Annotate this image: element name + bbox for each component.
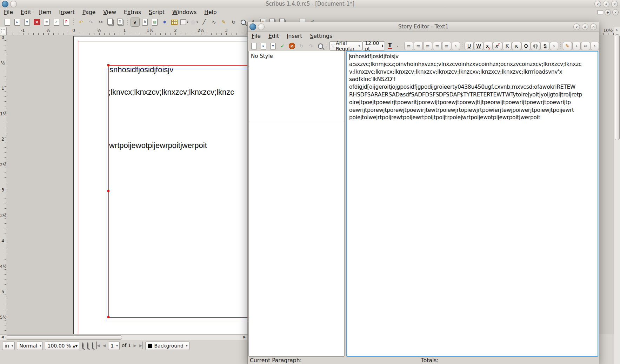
edit-styles-icon[interactable]: ✎ — [563, 42, 572, 50]
insert-line-icon[interactable]: ╱ — [200, 18, 209, 27]
menu-windows[interactable]: Windows — [168, 8, 200, 16]
outline-text-icon[interactable]: Q — [531, 42, 540, 50]
new-document-icon[interactable] — [3, 18, 12, 27]
page-number-select[interactable]: 1 ▾ — [108, 342, 119, 350]
se-menu-settings[interactable]: Settings — [306, 32, 336, 40]
exit-without-update-icon[interactable]: ⊘ — [287, 41, 296, 50]
search-replace-icon[interactable] — [316, 41, 325, 50]
zoom-in-icon[interactable] — [91, 342, 94, 349]
story-text-area[interactable]: snhosidfjosidjfoisjva;sxzvc;lknmjcxz;oin… — [346, 51, 598, 357]
previous-page-icon[interactable]: ◀ — [102, 342, 106, 349]
zoom-out-icon[interactable] — [81, 342, 84, 349]
insert-freehand-icon[interactable]: ✎ — [219, 18, 228, 27]
se-menu-file[interactable]: File — [248, 32, 265, 40]
next-page-icon[interactable]: ▶ — [133, 342, 137, 349]
insert-text-frame-icon[interactable]: A — [140, 18, 149, 27]
align-justify-icon[interactable]: ≡ — [433, 42, 442, 50]
minimize-icon[interactable]: ∨ — [573, 23, 580, 30]
vertical-ruler[interactable]: 0½11½22½33½44½55½ — [0, 35, 7, 334]
paragraph-styles-panel[interactable]: No Style — [248, 51, 345, 357]
insert-polygon-icon[interactable]: ▾ — [190, 18, 199, 27]
text-color-button[interactable]: T — [385, 41, 394, 50]
menu-insert[interactable]: Insert — [55, 8, 78, 16]
mdi-restore-icon[interactable] — [597, 10, 603, 14]
superscript-icon[interactable]: xy — [493, 42, 502, 50]
more-style-options-icon[interactable]: › — [550, 42, 558, 50]
layer-select[interactable]: Background ▾ — [145, 342, 189, 350]
zoom-100-icon[interactable] — [86, 342, 89, 349]
spinner-arrows-icon[interactable]: ▴▾ — [381, 45, 384, 48]
save-document-icon[interactable]: ▾ — [22, 18, 32, 27]
align-left-icon[interactable]: ≡ — [404, 42, 413, 50]
open-document-icon[interactable]: ▸ — [13, 18, 22, 27]
small-caps-icon[interactable]: κ — [512, 42, 521, 50]
first-page-icon[interactable]: ◀ — [96, 342, 100, 349]
scroll-up-icon[interactable]: ∧ — [615, 28, 618, 32]
undo-icon[interactable]: ↶ — [76, 18, 86, 27]
update-text-and-exit-icon[interactable]: ✓ — [278, 41, 287, 50]
menu-help[interactable]: Help — [200, 8, 220, 16]
vertical-scrollbar-thumb[interactable] — [615, 34, 620, 140]
all-caps-icon[interactable]: K — [502, 42, 512, 50]
insert-image-frame-icon[interactable]: ▨ — [150, 18, 159, 27]
scroll-right-icon[interactable]: ▶ — [243, 335, 246, 339]
minimize-icon[interactable]: ∨ — [594, 1, 601, 7]
maximize-icon[interactable]: ∧ — [603, 1, 609, 7]
font-family-combo[interactable]: T Arial Regular ▾ — [329, 41, 362, 50]
load-from-file-icon[interactable]: ▸ — [259, 41, 268, 50]
align-center-icon[interactable]: ≡ — [414, 42, 423, 50]
mdi-shade-icon[interactable]: ◆ — [605, 9, 611, 15]
se-menu-insert[interactable]: Insert — [283, 32, 306, 40]
insert-table-icon[interactable] — [170, 18, 179, 27]
text-shadow-icon[interactable]: S — [540, 42, 549, 50]
menu-view[interactable]: View — [99, 8, 120, 16]
unit-select[interactable]: in ▾ — [2, 342, 15, 350]
menu-extras[interactable]: Extras — [120, 8, 145, 16]
save-to-file-icon[interactable]: ▾ — [268, 41, 278, 50]
strikethrough-icon[interactable]: O — [521, 42, 531, 50]
menu-file[interactable]: File — [0, 8, 17, 16]
more-font-options-icon[interactable]: › — [395, 41, 400, 50]
frame-handle-mid-left[interactable] — [107, 190, 109, 192]
paste-icon[interactable]: ≣ — [116, 18, 125, 27]
menu-page[interactable]: Page — [79, 8, 100, 16]
insert-bezier-icon[interactable]: ∿ — [209, 18, 219, 27]
reload-text-from-frame-icon[interactable]: ↻ — [297, 41, 306, 50]
maximize-icon[interactable]: ∧ — [582, 23, 588, 30]
horizontal-scrollbar-thumb[interactable] — [6, 335, 122, 340]
more-color-options-icon[interactable]: › — [591, 42, 599, 50]
last-page-icon[interactable]: ▶ — [139, 342, 143, 349]
print-icon[interactable]: ≣ — [42, 18, 51, 27]
rotate-item-icon[interactable]: ↻ — [229, 18, 238, 27]
align-force-justify-icon[interactable]: ≡ — [442, 42, 451, 50]
quality-select[interactable]: Normal ▾ — [17, 342, 43, 350]
frame-handle-bottom-left[interactable] — [107, 316, 109, 318]
se-menu-edit[interactable]: Edit — [265, 32, 283, 40]
menu-edit[interactable]: Edit — [17, 8, 35, 16]
scroll-left-icon[interactable]: ◀ — [1, 335, 4, 339]
insert-shape-icon[interactable]: ▾ — [180, 18, 189, 27]
subscript-icon[interactable]: xy — [484, 42, 493, 50]
close-window-icon[interactable]: × — [590, 23, 597, 30]
insert-render-frame-icon[interactable]: ✶ — [160, 18, 169, 27]
mdi-close-icon[interactable]: × — [612, 9, 619, 15]
horizontal-scrollbar[interactable]: ◀ ▶ — [0, 334, 248, 340]
menu-script[interactable]: Script — [145, 8, 168, 16]
fill-color-icon[interactable]: ✑ — [581, 42, 590, 50]
paragraph-style-label[interactable]: No Style — [249, 51, 344, 59]
clear-all-text-icon[interactable] — [249, 41, 259, 50]
font-size-spinbox[interactable]: 12.00 pt ▴▾ — [362, 41, 385, 50]
save-as-pdf-icon[interactable]: P — [62, 18, 71, 27]
underline-icon[interactable]: U — [465, 42, 474, 50]
menu-item[interactable]: Item — [35, 8, 55, 16]
more-edit-options-icon[interactable]: › — [572, 42, 581, 50]
zoom-icon[interactable] — [239, 18, 248, 27]
zoom-spinbox[interactable]: 100.00 % ▴▾ — [45, 342, 79, 350]
preflight-verifier-icon[interactable]: ✓ — [52, 18, 61, 27]
select-item-icon[interactable]: ► — [131, 18, 140, 27]
cut-icon[interactable]: ✂ — [96, 18, 105, 27]
close-window-icon[interactable]: × — [611, 1, 618, 7]
redo-icon[interactable]: ↷ — [86, 18, 95, 27]
vertical-scrollbar[interactable]: ∧ — [614, 27, 620, 364]
align-right-icon[interactable]: ≡ — [423, 42, 432, 50]
